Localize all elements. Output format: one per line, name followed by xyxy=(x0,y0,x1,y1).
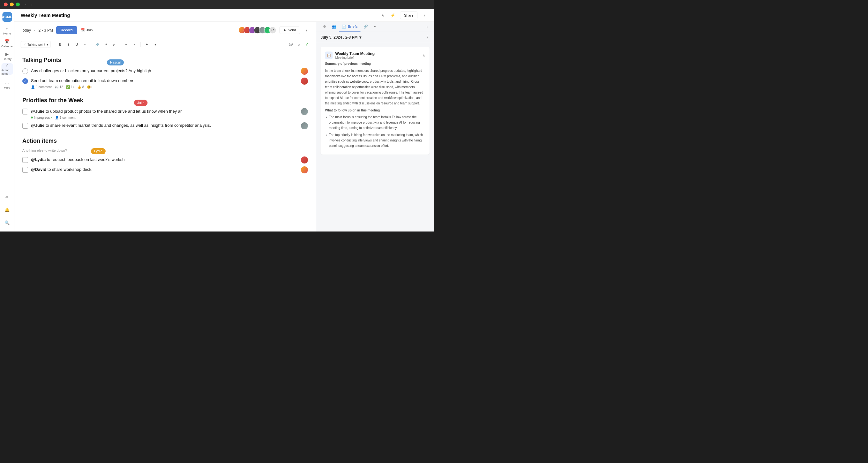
toolbar-separator-2 xyxy=(91,42,92,47)
sidebar-item-more[interactable]: ··· More xyxy=(1,80,13,91)
external-link-button[interactable]: ↗ xyxy=(103,41,108,47)
strikethrough-button[interactable]: ↙ xyxy=(111,41,117,47)
join-emoji: 📅 xyxy=(81,28,85,32)
right-panel-tabs: ⚙ 👥 📄 Briefs 🔗 ✦ xyxy=(316,22,434,32)
followup-list: The main focus is ensuring the team inst… xyxy=(325,114,425,148)
checkbox-ai2[interactable] xyxy=(22,167,28,173)
editor-body[interactable]: Talking Points Any challenges or blocker… xyxy=(14,50,316,231)
settings-icon: ⚙ xyxy=(323,25,326,29)
toolbar-separator xyxy=(54,42,54,47)
close-button[interactable] xyxy=(4,3,8,6)
insert-more-button[interactable]: ▾ xyxy=(152,41,158,47)
status-badge-1: In progress ▪ xyxy=(31,116,52,119)
collapse-panel-button[interactable]: → xyxy=(424,24,430,30)
priority-item-2: @Julie to share relevant market trends a… xyxy=(22,122,308,129)
lydia-cursor: Lydia xyxy=(91,148,105,154)
library-icon: ▶ xyxy=(5,52,9,57)
overflow-menu-button[interactable]: ⋮ xyxy=(421,12,428,19)
pencil-icon: ✏ xyxy=(5,195,9,200)
content-area: Today • 2 - 3 PM Record 📅 Join xyxy=(14,22,434,231)
tab-link[interactable]: 🔗 xyxy=(361,22,371,32)
sidebar-item-library-label: Library xyxy=(3,57,11,61)
item-avatar-2 xyxy=(301,78,308,85)
checkbox-ai1[interactable] xyxy=(22,157,28,163)
join-button[interactable]: 📅 Join xyxy=(81,28,93,32)
bell-icon: 🔔 xyxy=(4,207,9,212)
julie-cursor: Julie xyxy=(134,100,148,106)
panel-date-dropdown-icon[interactable]: ▾ xyxy=(359,35,361,39)
titlebar: ‹ › xyxy=(0,0,434,9)
tab-people[interactable]: 👥 xyxy=(329,22,339,32)
align-right-button[interactable]: ≡ xyxy=(132,41,137,47)
calendar-icon: 📅 xyxy=(4,39,9,44)
talking-point-text-1: Any challenges or blockers on your curre… xyxy=(31,68,298,74)
comment-label: 1 comment xyxy=(36,85,52,89)
send-button[interactable]: ➤ Send xyxy=(279,27,300,34)
sidebar-item-action-items-label: Action Items xyxy=(1,69,13,75)
italic-button[interactable]: I xyxy=(66,41,71,47)
more-format-button[interactable]: ··· xyxy=(82,41,88,47)
right-panel-header: July 5, 2024 , 2-3 PM ▾ ⋮ xyxy=(316,32,434,43)
priority-text-2: @Julie to share relevant market trends a… xyxy=(31,122,298,129)
sidebar-item-notifications[interactable]: 🔔 xyxy=(1,204,13,215)
reaction-thumbs[interactable]: 👍8 xyxy=(77,85,84,89)
meeting-more-button[interactable]: ⋮ xyxy=(303,27,310,33)
sidebar-item-draw[interactable]: ✏ xyxy=(1,191,13,203)
forward-button[interactable]: › xyxy=(30,2,34,7)
panel-more-button[interactable]: ⋮ xyxy=(426,35,430,39)
reaction-eyes[interactable]: 👀12 xyxy=(55,85,63,89)
meeting-time: 2 - 3 PM xyxy=(39,28,53,33)
brief-card: 📋 Weekly Team Meeting Meeting brief ∧ Su… xyxy=(321,47,430,155)
underline-button[interactable]: U xyxy=(74,41,80,47)
action-item-1: @Lydia to request feedback on last week'… xyxy=(22,156,308,164)
participant-avatars: +8 xyxy=(238,27,276,34)
right-panel-body[interactable]: 📋 Weekly Team Meeting Meeting brief ∧ Su… xyxy=(316,43,434,232)
checkbox-tp2[interactable]: ✓ xyxy=(22,78,28,84)
insert-button[interactable]: + xyxy=(144,41,150,47)
checkbox-pw1[interactable] xyxy=(22,109,28,115)
summary-label: Summary of previous meeting xyxy=(325,62,425,66)
right-panel: ⚙ 👥 📄 Briefs 🔗 ✦ xyxy=(316,22,434,231)
bold-button[interactable]: B xyxy=(57,41,63,47)
add-reaction-button[interactable]: 😊+ xyxy=(87,85,93,89)
sidebar-item-home-label: Home xyxy=(3,32,11,35)
sidebar-item-library[interactable]: ▶ Library xyxy=(1,51,13,62)
block-type-label: Talking point xyxy=(27,42,45,46)
sidebar-item-action-items[interactable]: ✓ Action Items xyxy=(1,63,13,75)
checkbox-pw2[interactable] xyxy=(22,123,28,129)
checkbox-tp1[interactable] xyxy=(22,68,28,74)
sidebar-item-calendar[interactable]: 📅 Calendar xyxy=(1,38,13,49)
sidebar: ACME ⌂ Home 📅 Calendar ▶ Library ✓ Actio… xyxy=(0,9,14,231)
app-logo[interactable]: ACME xyxy=(2,12,12,22)
minimize-button[interactable] xyxy=(10,3,14,6)
tab-settings[interactable]: ⚙ xyxy=(320,22,329,32)
tab-magic[interactable]: ✦ xyxy=(371,22,379,32)
reaction-check[interactable]: ✅14 xyxy=(66,85,75,89)
avatar-icon: 👤 xyxy=(31,85,35,89)
share-button[interactable]: Share xyxy=(400,11,417,19)
block-type-selector[interactable]: ✓ Talking point ▾ xyxy=(21,41,51,48)
record-button[interactable]: Record xyxy=(56,26,77,34)
back-button[interactable]: ‹ xyxy=(24,2,28,7)
comment-button[interactable]: 💬 xyxy=(288,41,293,47)
priority-comment-1[interactable]: 👤 1 comment xyxy=(55,116,75,119)
action-item-2: @David to share workshop deck. xyxy=(22,166,308,173)
link-button[interactable]: 🔗 xyxy=(94,41,100,47)
confirm-button[interactable]: ✓ xyxy=(304,41,310,47)
emoji-button[interactable]: ☺ xyxy=(296,41,302,47)
star-button[interactable]: ★ xyxy=(380,12,386,19)
brief-collapse-button[interactable]: ∧ xyxy=(423,53,425,57)
brief-card-title: Weekly Team Meeting xyxy=(335,51,375,56)
item-avatar-1 xyxy=(301,68,308,75)
sidebar-item-search[interactable]: 🔍 xyxy=(1,217,13,228)
align-left-button[interactable]: ≡ xyxy=(124,41,129,47)
maximize-button[interactable] xyxy=(16,3,20,6)
status-text: In progress xyxy=(34,116,50,119)
item-avatar-4 xyxy=(301,122,308,129)
page-title: Weekly Team Meeting xyxy=(21,12,70,18)
lightning-button[interactable]: ⚡ xyxy=(390,12,396,19)
home-icon: ⌂ xyxy=(6,26,8,31)
sidebar-item-home[interactable]: ⌂ Home xyxy=(1,25,13,36)
tab-briefs[interactable]: 📄 Briefs xyxy=(339,22,361,32)
comment-count[interactable]: 👤 1 comment xyxy=(31,85,52,89)
